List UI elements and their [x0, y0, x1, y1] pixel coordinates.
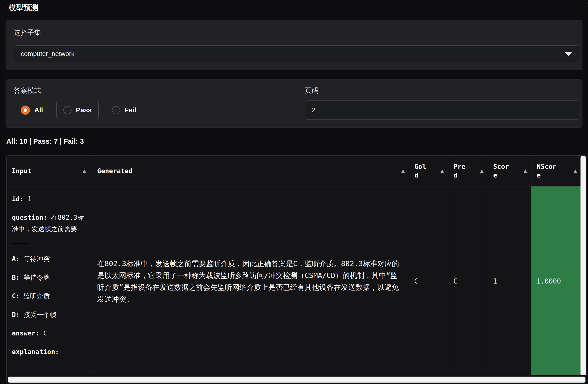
radio-option-fail[interactable]: Fail — [105, 101, 143, 119]
radio-option-pass[interactable]: Pass — [56, 101, 99, 119]
input-cell-content: id: 1question: 在802.3标准中，发送帧之前需要____A: 等… — [12, 193, 86, 357]
radio-option-all[interactable]: All — [14, 101, 50, 119]
sort-asc-icon: ▲ — [573, 168, 577, 174]
chevron-down-icon — [565, 52, 572, 56]
stats-summary: All: 10 | Pass: 7 | Fail: 3 — [6, 137, 588, 145]
radio-option-label: All — [34, 106, 43, 114]
page-title: 模型预测 — [8, 3, 588, 13]
page-number-input[interactable] — [305, 100, 579, 119]
table-header-row: Input ▲ Generated ▲ Gold ▲ Pred ▲ Score … — [6, 155, 587, 186]
answer-mode-label: 答案模式 — [14, 86, 305, 95]
cell-gold[interactable]: C — [409, 186, 448, 376]
sort-asc-icon: ▲ — [440, 168, 444, 174]
sort-asc-icon: ▲ — [480, 168, 484, 174]
column-header-pred[interactable]: Pred ▲ — [448, 155, 488, 186]
radio-option-label: Pass — [76, 106, 92, 114]
answer-mode-options: All Pass Fail — [14, 101, 305, 119]
cell-score[interactable]: 1 — [488, 186, 531, 376]
radio-icon — [112, 106, 120, 114]
column-header-score[interactable]: Score ▲ — [488, 155, 531, 186]
subset-dropdown-value: computer_network — [21, 50, 74, 58]
sort-asc-icon: ▲ — [524, 168, 527, 174]
subset-panel: 选择子集 computer_network — [6, 20, 582, 70]
cell-input[interactable]: id: 1question: 在802.3标准中，发送帧之前需要____A: 等… — [6, 186, 90, 376]
horizontal-scroll-track — [6, 375, 587, 384]
page-number-label: 页码 — [305, 86, 579, 95]
column-header-input[interactable]: Input ▲ — [6, 155, 90, 186]
app-page: 模型预测 选择子集 computer_network 答案模式 All Pass — [0, 0, 588, 384]
radio-icon — [63, 106, 72, 114]
sort-asc-icon: ▲ — [83, 168, 86, 174]
cell-nscore[interactable]: 1.0000 — [531, 186, 581, 376]
horizontal-scrollbar[interactable] — [8, 377, 586, 383]
column-header-nscore[interactable]: NScore ▲ — [531, 155, 581, 186]
column-header-gold[interactable]: Gold ▲ — [409, 155, 448, 186]
page-number-group: 页码 — [305, 86, 579, 128]
cell-generated[interactable]: 在802.3标准中，发送帧之前需要监听介质，因此正确答案是C．监听介质。802.… — [90, 186, 409, 376]
results-table: Input ▲ Generated ▲ Gold ▲ Pred ▲ Score … — [6, 155, 587, 384]
filters-panel: 答案模式 All Pass Fail 页码 — [6, 79, 582, 128]
cell-pred[interactable]: C — [448, 186, 488, 376]
radio-option-label: Fail — [125, 106, 136, 114]
vertical-scrollbar[interactable] — [581, 156, 586, 375]
subset-dropdown[interactable]: computer_network — [14, 45, 579, 62]
sort-asc-icon: ▲ — [401, 168, 405, 174]
column-header-generated[interactable]: Generated ▲ — [90, 155, 409, 186]
subset-label: 选择子集 — [14, 28, 579, 37]
answer-mode-group: 答案模式 All Pass Fail — [14, 86, 305, 128]
radio-icon — [21, 106, 30, 115]
table-body: id: 1question: 在802.3标准中，发送帧之前需要____A: 等… — [6, 186, 587, 376]
